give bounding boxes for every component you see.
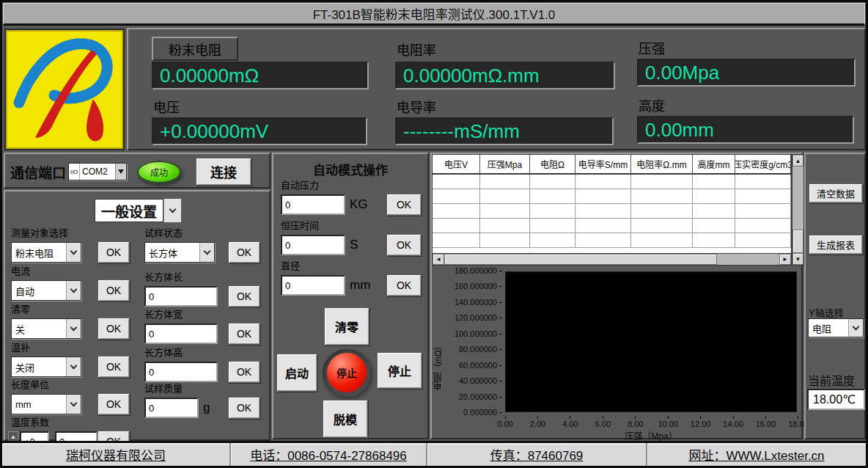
y-tick-label: 140.000000 (455, 298, 502, 307)
zero-button[interactable]: 清零 (324, 307, 369, 345)
temp-comp-ok-button[interactable]: OK (98, 356, 130, 378)
table-cell (575, 175, 631, 189)
chevron-down-icon[interactable] (163, 199, 181, 222)
sample-mass-unit: g (203, 401, 210, 415)
table-cell (735, 175, 791, 189)
clear-data-button[interactable]: 清空数据 (809, 183, 863, 203)
setting-row-cuboid-length: 长方体长 OK (144, 269, 260, 307)
table-cell (693, 189, 735, 204)
length-unit-ok-button[interactable]: OK (98, 393, 130, 415)
scroll-down-icon[interactable]: ▼ (792, 253, 803, 265)
x-tick-label: 12.00 (685, 416, 717, 428)
diameter-input[interactable] (281, 275, 345, 296)
data-table: 电压V压强Mpa电阻Ω电导率S/mm电阻率Ω.mm高度mm压实密度g/cm3 ◄… (432, 154, 804, 266)
sample-mass-ok-button[interactable]: OK (228, 397, 260, 419)
chevron-down-icon[interactable] (66, 281, 81, 300)
table-cell (530, 233, 575, 248)
select-value: 电阻 (809, 319, 848, 337)
table-cell (480, 175, 530, 189)
chevron-down-icon[interactable] (66, 357, 81, 376)
sample-shape-ok-button[interactable]: OK (228, 241, 260, 263)
horizontal-scroll-thumb[interactable] (444, 254, 717, 265)
cuboid-width-ok-button[interactable]: OK (228, 323, 260, 345)
current-ok-button[interactable]: OK (98, 279, 130, 301)
horizontal-scrollbar[interactable]: ◄ ► (432, 253, 792, 266)
chevron-down-icon[interactable] (848, 319, 863, 337)
io-icon: I/O (69, 164, 80, 180)
chevron-down-icon[interactable] (66, 395, 81, 414)
stepper-up-button[interactable] (8, 431, 18, 442)
table-header-cell: 电阻Ω (530, 155, 575, 173)
vertical-scroll-track[interactable] (792, 167, 803, 230)
chevron-down-icon[interactable] (66, 243, 81, 262)
cuboid-length-ok-button[interactable]: OK (228, 285, 260, 307)
auto-mode-title: 自动模式操作 (273, 160, 427, 178)
zeroing-ok-button[interactable]: OK (98, 318, 130, 340)
y-tick-label: 100.000000 (455, 329, 502, 339)
setting-label: 电流 (11, 263, 130, 277)
cuboid-height-ok-button[interactable]: OK (228, 361, 260, 383)
auto-pressure-ok-button[interactable]: OK (386, 194, 422, 216)
table-cell (480, 189, 530, 204)
cuboid-height-input[interactable] (144, 362, 218, 382)
company-name: 瑞柯仪器有限公司 (2, 443, 229, 466)
side-actions-panel: 清空数据 生成报表 Y轴选择 电阻 当前温度 18.00℃ (804, 153, 866, 439)
scroll-left-icon[interactable]: ◄ (433, 254, 444, 265)
cuboid-width-input[interactable] (144, 323, 218, 344)
table-cell (631, 189, 693, 204)
table-cell (693, 219, 735, 233)
comm-panel: 通信端口 I/O COM2 成功 连接 (4, 153, 271, 189)
table-header-cell: 高度mm (693, 155, 735, 173)
table-cell (735, 189, 791, 204)
phone-number: 电话：0086-0574-27868496 (229, 443, 426, 466)
diameter-ok-button[interactable]: OK (386, 274, 422, 296)
display-panel: 粉末电阻 0.00000mΩ 电压 +0.00000mV 电阻率 0.00000… (127, 28, 866, 150)
table-cell (693, 233, 735, 248)
sample-mass-input[interactable] (144, 398, 199, 418)
scroll-up-icon[interactable]: ▲ (792, 155, 803, 167)
horizontal-scroll-track[interactable] (717, 254, 779, 265)
table-cell (631, 219, 693, 233)
website-url: 网址：WWW.Lxtester.cn (646, 443, 866, 466)
zeroing-select[interactable]: 关 (11, 318, 81, 339)
com-port-select[interactable]: I/O COM2 (68, 163, 127, 180)
table-cell (433, 175, 480, 189)
preset-select[interactable]: 一般设置 (95, 199, 181, 222)
y-axis-ticks: 180.000000160.000000140.000000120.000000… (442, 266, 502, 417)
stop-button[interactable]: 停止 (377, 352, 422, 389)
measure-object-select[interactable]: 粉末电阻 (11, 242, 81, 263)
demold-button[interactable]: 脱模 (323, 400, 368, 438)
table-cell (530, 204, 575, 219)
chevron-down-icon[interactable] (66, 319, 81, 338)
setting-label: 直径 (281, 258, 422, 272)
dropdown-arrow-icon[interactable] (115, 164, 126, 180)
temp-comp-select[interactable]: 关闭 (11, 357, 81, 377)
vertical-scrollbar[interactable]: ▲ ▼ (792, 154, 804, 266)
table-cell (575, 204, 631, 219)
cuboid-length-input[interactable] (144, 286, 218, 307)
current-select[interactable]: 自动 (11, 280, 81, 301)
table-header-row: 电压V压强Mpa电阻Ω电导率S/mm电阻率Ω.mm高度mm压实密度g/cm3 (432, 154, 792, 175)
select-value: 关闭 (12, 357, 66, 376)
x-axis-title: 压强（Mpa） (505, 429, 797, 442)
y-tick-label: 180.000000 (455, 266, 502, 276)
vertical-scroll-thumb[interactable] (792, 230, 803, 253)
start-button[interactable]: 启动 (276, 354, 317, 392)
length-unit-select[interactable]: mm (11, 394, 81, 414)
table-cell (480, 219, 530, 233)
table-cell (433, 233, 480, 248)
generate-report-button[interactable]: 生成报表 (809, 235, 863, 255)
scroll-right-icon[interactable]: ► (779, 254, 791, 265)
sample-shape-select[interactable]: 长方体 (144, 242, 215, 263)
connect-button[interactable]: 连接 (196, 158, 251, 186)
auto-pressure-input[interactable] (281, 194, 345, 215)
y-axis-select[interactable]: 电阻 (808, 318, 864, 337)
select-value: 关 (12, 319, 66, 338)
hold-time-ok-button[interactable]: OK (386, 234, 422, 256)
select-value: 长方体 (145, 243, 199, 262)
emergency-stop-button[interactable]: 停止 (327, 353, 367, 392)
measure-object-ok-button[interactable]: OK (98, 241, 130, 263)
hold-time-input[interactable] (281, 235, 345, 255)
setting-label: 清零 (11, 301, 130, 315)
chevron-down-icon[interactable] (199, 243, 214, 262)
